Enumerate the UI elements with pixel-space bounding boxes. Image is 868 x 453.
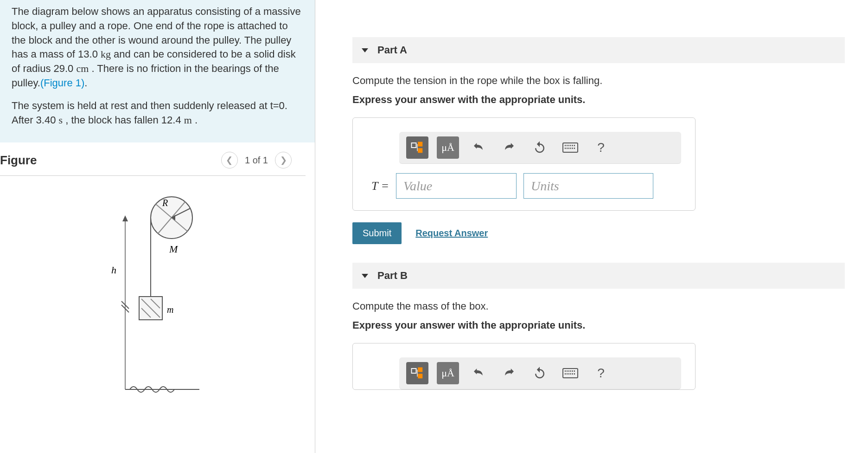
problem-statement: The diagram below shows an apparatus con… xyxy=(0,0,315,142)
label-R: R xyxy=(162,198,168,208)
question-icon: ? xyxy=(597,366,605,381)
part-b-header[interactable]: Part B xyxy=(352,263,845,289)
question-icon: ? xyxy=(597,140,605,155)
svg-rect-20 xyxy=(418,368,422,372)
unit-s: s xyxy=(59,114,63,126)
part-b-title: Part B xyxy=(377,270,408,282)
help-button[interactable]: ? xyxy=(590,136,612,159)
label-M: M xyxy=(169,243,179,255)
keyboard-button[interactable] xyxy=(559,136,581,159)
figure-link[interactable]: (Figure 1) xyxy=(40,77,84,89)
label-h: h xyxy=(111,264,116,276)
units-input[interactable]: Units xyxy=(523,173,653,199)
value-input[interactable]: Value xyxy=(396,173,517,199)
special-chars-button[interactable]: μÅ xyxy=(437,136,459,159)
svg-rect-19 xyxy=(412,369,416,373)
figure-title: Figure xyxy=(0,153,37,168)
equation-toolbar: μÅ ? xyxy=(399,132,681,164)
request-answer-link[interactable]: Request Answer xyxy=(415,228,488,239)
undo-button[interactable] xyxy=(467,136,490,159)
special-chars-button[interactable]: μÅ xyxy=(437,362,459,384)
problem-p2c: . xyxy=(192,114,198,126)
undo-button[interactable] xyxy=(467,362,490,384)
part-a-title: Part A xyxy=(377,44,407,56)
unit-m: m xyxy=(184,114,192,126)
part-a-instruction: Express your answer with the appropriate… xyxy=(352,94,845,106)
problem-p2b: , the block has fallen 12.4 xyxy=(63,114,184,126)
problem-p1d: . xyxy=(84,77,87,89)
answer-box-b: μÅ ? xyxy=(352,343,696,390)
svg-rect-21 xyxy=(418,374,422,378)
figure-diagram: R M m h xyxy=(0,176,315,417)
part-b-question: Compute the mass of the box. xyxy=(352,300,845,312)
svg-rect-17 xyxy=(418,148,422,153)
label-m: m xyxy=(167,304,173,315)
redo-button[interactable] xyxy=(498,362,520,384)
part-a-header[interactable]: Part A xyxy=(352,37,845,63)
svg-marker-11 xyxy=(122,215,128,221)
redo-button[interactable] xyxy=(498,136,520,159)
part-a-question: Compute the tension in the rope while th… xyxy=(352,75,845,87)
help-button[interactable]: ? xyxy=(590,362,612,384)
figure-prev-button[interactable]: ❮ xyxy=(221,152,238,168)
keyboard-icon xyxy=(562,368,578,378)
templates-button[interactable] xyxy=(406,362,428,384)
answer-box-a: μÅ ? T = xyxy=(352,117,696,211)
svg-rect-16 xyxy=(418,142,422,147)
caret-down-icon xyxy=(362,48,368,52)
unit-kg: kg xyxy=(101,48,111,60)
variable-label: T = xyxy=(371,179,389,193)
equation-toolbar-b: μÅ ? xyxy=(399,357,681,389)
caret-down-icon xyxy=(362,274,368,278)
submit-button[interactable]: Submit xyxy=(352,222,402,244)
templates-button[interactable] xyxy=(406,136,428,159)
keyboard-button[interactable] xyxy=(559,362,581,384)
keyboard-icon xyxy=(562,142,578,153)
figure-next-button[interactable]: ❯ xyxy=(275,152,292,168)
svg-rect-15 xyxy=(412,143,416,148)
figure-counter: 1 of 1 xyxy=(245,155,268,166)
reset-button[interactable] xyxy=(529,362,551,384)
part-b-instruction: Express your answer with the appropriate… xyxy=(352,319,845,331)
unit-cm: cm xyxy=(76,63,89,74)
reset-button[interactable] xyxy=(529,136,551,159)
